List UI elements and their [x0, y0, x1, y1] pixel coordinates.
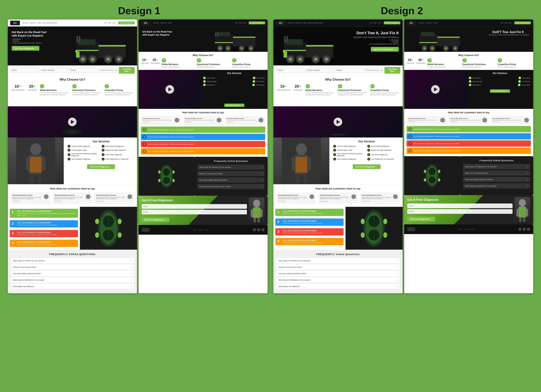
- hero-d2p2: DoN'T Tow Just Fix It Get Back on the Ro…: [404, 26, 533, 52]
- faq-item[interactable]: What Types Of Vehicles Do You Service?∨: [198, 165, 265, 170]
- step-2: 2Call Or Schedule An AppointmentFind the…: [275, 219, 343, 226]
- svg-point-69: [158, 170, 161, 174]
- numbered-test-item: 1 Call Or Schedule An Appointment - Find…: [141, 127, 265, 133]
- svg-rect-46: [215, 42, 233, 43]
- faq-item[interactable]: How Does Mobile Mechanics Work?∨: [463, 177, 530, 182]
- faq-item[interactable]: How Does Mobile Mechanics Work?∨: [198, 177, 265, 183]
- svg-rect-150: [516, 209, 519, 217]
- service-item: Check Engine Light: [333, 149, 366, 152]
- svg-point-148: [519, 199, 526, 207]
- faq-item[interactable]: How Does Mobile Mechanics Work?∨: [276, 271, 400, 276]
- faq-section: FREQUENTLY ASKEd QUESTIONs What Types Of…: [8, 250, 137, 293]
- svg-rect-30: [30, 157, 42, 173]
- video-play-btn-d2[interactable]: [334, 118, 342, 126]
- diag-submit-btn[interactable]: Get Free Diagnosis →: [142, 217, 169, 222]
- form-name[interactable]: [10, 68, 38, 73]
- feature-experienced: ✓ Experienced Technicians We offer quali…: [72, 84, 102, 96]
- form-submit-btn-d2[interactable]: Get Help Now: [385, 67, 400, 74]
- svg-point-118: [361, 232, 365, 238]
- form-phone-d2[interactable]: [305, 68, 333, 73]
- video-play-btn[interactable]: [68, 118, 77, 126]
- diag-email-d2[interactable]: [407, 209, 513, 214]
- services-title: Our Services: [68, 140, 135, 143]
- step-3: 3Call Or Schedule An AppointmentFind the…: [275, 228, 343, 235]
- mechanic-illustration-d2p2: [515, 197, 530, 222]
- svg-point-88: [289, 58, 291, 60]
- services-mechanic-d2: Our Services Auto No-Start Diagnosis Aut…: [273, 137, 403, 184]
- faq-section-d2: FREQUENTLY Asked Questions What Types Of…: [273, 250, 403, 293]
- testimonial-item: Start By Booking A Service Appointment O…: [141, 116, 182, 125]
- diag-email[interactable]: [142, 210, 247, 214]
- faq-item[interactable]: What Are Your Service Areas? ∨: [11, 265, 134, 270]
- service-item: Auto General Diagnosis: [367, 145, 400, 148]
- svg-rect-126: [437, 37, 460, 46]
- navbar-cta-btn[interactable]: Get Free Diagnosis: [118, 21, 135, 24]
- stat-years: 10+ Years Experience: [11, 84, 25, 96]
- svg-point-97: [325, 58, 328, 60]
- hero-cta-btn[interactable]: Get Free Diagnosis →: [12, 46, 39, 51]
- diag-name-d2[interactable]: [407, 204, 513, 208]
- svg-rect-62: [217, 32, 218, 37]
- faq-item[interactable]: What Makes You Different? ∨: [11, 284, 134, 289]
- form-email-d2[interactable]: [335, 68, 363, 73]
- services-dark-cta[interactable]: Get Free Diagnosis →: [224, 104, 244, 107]
- svg-rect-85: [306, 45, 333, 46]
- steps-car-section: 1 Call Or Schedule An Appointment Find t…: [8, 207, 137, 250]
- form-services[interactable]: Select Services: [99, 68, 118, 73]
- step-4: 4 Call Or Schedule An Appointment Find t…: [10, 240, 78, 247]
- faq-item[interactable]: What Payment Methods Do You Accept?∨: [198, 184, 265, 189]
- social-facebook-d2[interactable]: [518, 228, 521, 231]
- form-email[interactable]: [69, 68, 97, 73]
- video-play-btn[interactable]: [166, 85, 174, 94]
- faq-item[interactable]: What Payment Methods Do You Accept?∨: [276, 277, 400, 283]
- hero-section-d1p2: Get Back on the Road Fast with Expert Ca…: [139, 26, 268, 52]
- form-name-d2[interactable]: [276, 68, 304, 73]
- car-top-view-d2: [346, 207, 402, 250]
- steps-car-d2: 1Call Or Schedule An AppointmentFind the…: [273, 207, 403, 250]
- services-cta-btn[interactable]: Get Free Diagnosis →: [87, 164, 115, 169]
- diag-name[interactable]: [142, 204, 247, 209]
- navbar-cta-btn[interactable]: Get Free Diagnosis: [384, 21, 400, 24]
- numbered-test-item: 3 Call Or Schedule An Appointment - Find…: [141, 141, 265, 147]
- avatar: [86, 194, 90, 199]
- faq-item[interactable]: What Are Your Service Areas?∨: [198, 171, 265, 176]
- services-grid: Auto No-Start Diagnosis Auto General Dia…: [68, 145, 135, 160]
- faq-item[interactable]: What Makes You Different?∨: [276, 284, 400, 289]
- why-section-d2: Why Choose Us? 10+ Years Experience 20+ …: [273, 75, 403, 106]
- faq-item[interactable]: What Types Of Vehicles Do You Service? ∨: [11, 258, 134, 263]
- svg-point-144: [424, 170, 426, 173]
- d2-hero-cta-btn[interactable]: Get Free Diagnosis →: [371, 47, 399, 52]
- svg-rect-127: [437, 37, 460, 38]
- svg-point-142: [429, 168, 435, 175]
- social-twitter-d2[interactable]: [523, 228, 526, 231]
- faq-item[interactable]: What Payment Methods Do You Accept?∨: [463, 183, 530, 188]
- social-facebook[interactable]: [253, 228, 256, 231]
- form-phone[interactable]: [40, 68, 68, 73]
- svg-point-146: [424, 178, 426, 182]
- design1-page1: RYANMECH Services About Us Blog Book an …: [8, 20, 137, 293]
- chevron-down-icon: ∨: [396, 266, 398, 268]
- form-submit-btn[interactable]: Get Help Now: [119, 67, 135, 74]
- navbar-cta-btn-d2p2[interactable]: Get Free Diagnosis: [514, 21, 531, 24]
- svg-rect-77: [254, 218, 256, 223]
- faq-item[interactable]: What Are Your Service Areas?∨: [276, 265, 400, 270]
- services-cta-btn-d2[interactable]: Get Free Diagnosis →: [353, 164, 380, 169]
- testimonial-item: Start By Booking A ServiceAppointment On…: [490, 116, 531, 124]
- faq-item[interactable]: What Types Of Vehicles Do You Service?∨: [276, 258, 400, 263]
- services-dark-cta-d2p2[interactable]: Get Free Diagnosis →: [490, 89, 510, 93]
- video-services-d2p2: Our Services Auto No-Start... Auto Gener…: [404, 70, 533, 109]
- faq-item[interactable]: What Payment Methods Do You Accept? ∨: [11, 277, 134, 283]
- social-instagram[interactable]: [261, 228, 265, 231]
- faq-item[interactable]: What Are Your Service Areas?∨: [463, 170, 530, 176]
- step-4: 4Call Or Schedule An AppointmentFind the…: [275, 238, 343, 245]
- navbar-logo: RYANMECH: [141, 21, 151, 25]
- service-item: Auto Vibration Diagnosis: [68, 158, 101, 160]
- faq-item[interactable]: What Types Of Vehicles Do You Service?∨: [463, 164, 530, 169]
- video-play-btn-d2p2[interactable]: [431, 85, 440, 94]
- diag-submit-d2p2[interactable]: Get Free Diagnosis →: [407, 217, 435, 221]
- faq-item[interactable]: How Does Mobile Mechanics Work? ∨: [11, 271, 134, 276]
- form-services-d2[interactable]: Select Services: [364, 68, 383, 73]
- social-instagram-d2[interactable]: [527, 228, 530, 231]
- navbar-cta-btn[interactable]: Get Free Diagnosis: [249, 21, 265, 24]
- social-twitter[interactable]: [257, 228, 260, 231]
